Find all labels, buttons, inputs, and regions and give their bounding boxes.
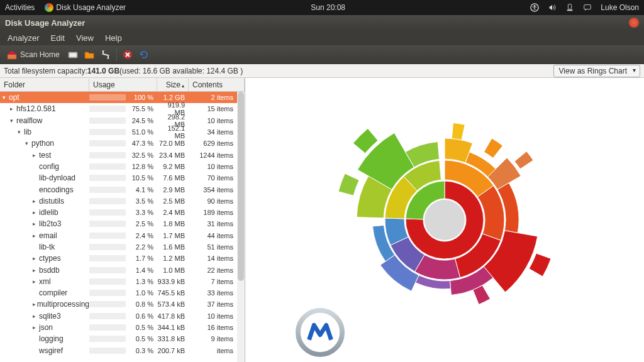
expand-arrow[interactable]: ▸ <box>33 152 39 158</box>
usage-pct: 0.3 % <box>128 347 153 354</box>
tree-body[interactable]: ▾opt100 %1.2 GB2 items▸hfs12.0.58175.5 %… <box>0 92 245 362</box>
tree-row[interactable]: ▸multiprocessing0.8 %573.4 kB37 items <box>0 299 245 310</box>
refresh-icon[interactable] <box>138 49 150 60</box>
usage-pct: 10.5 % <box>128 174 153 182</box>
scrollbar-thumb[interactable] <box>238 92 244 281</box>
tree-row[interactable]: ▸hfs12.0.58175.5 %919.9 MB15 items <box>0 103 245 114</box>
usage-bar <box>89 244 126 250</box>
folder-name: idlelib <box>39 208 58 217</box>
usage-pct: 0.5 % <box>128 335 153 343</box>
scan-filesystem-icon[interactable] <box>67 49 79 60</box>
svg-rect-2 <box>569 4 572 9</box>
tree-row[interactable]: ▸bsddb1.4 %1.0 MB22 items <box>0 264 245 275</box>
expand-arrow[interactable]: ▸ <box>33 209 39 216</box>
scan-home-button[interactable]: Scan Home <box>4 48 62 62</box>
tree-row[interactable]: ▾lib51.0 %152.1 MB34 items <box>0 126 245 138</box>
expand-arrow[interactable]: ▸ <box>33 198 39 204</box>
ring-segment[interactable] <box>452 123 465 140</box>
tree-row[interactable]: ▸ctypes1.7 %1.2 MB14 items <box>0 253 245 264</box>
expand-arrow[interactable]: ▸ <box>33 278 39 285</box>
tree-row[interactable]: ▸xml1.3 %933.9 kB7 items <box>0 276 245 287</box>
expand-arrow[interactable]: ▸ <box>10 106 16 112</box>
column-contents[interactable]: Contents <box>189 79 245 91</box>
contents-value: 10 items <box>189 312 245 320</box>
column-size[interactable]: Size <box>157 79 189 91</box>
menu-analyzer[interactable]: Analyzer <box>3 32 45 44</box>
folder-name: email <box>39 231 57 240</box>
size-value: 417.8 kB <box>157 312 189 320</box>
ring-segment[interactable] <box>529 253 551 277</box>
expand-arrow[interactable]: ▸ <box>33 313 39 319</box>
contents-value: 16 items <box>189 324 245 331</box>
ring-segment[interactable] <box>514 151 533 169</box>
size-value: 1.2 MB <box>157 255 189 262</box>
rings-chart[interactable] <box>313 101 577 339</box>
folder-name: multiprocessing <box>37 300 89 309</box>
expand-arrow[interactable]: ▸ <box>33 324 39 331</box>
accessibility-icon[interactable] <box>530 3 539 12</box>
status-bar: Total filesystem capacity: 141.0 GB (use… <box>0 64 644 78</box>
tree-row[interactable]: logging0.5 %331.8 kB9 items <box>0 333 245 344</box>
tree-row[interactable]: encodings4.1 %2.9 MB354 items <box>0 184 245 195</box>
usage-bar <box>89 278 126 285</box>
folder-name: xml <box>39 277 51 286</box>
volume-icon[interactable] <box>548 3 557 12</box>
tree-row[interactable]: ▾python47.3 %72.0 MB629 items <box>0 138 245 149</box>
user-menu[interactable]: Luke Olson <box>601 3 639 12</box>
ring-segment[interactable] <box>338 173 359 195</box>
menu-help[interactable]: Help <box>100 32 127 44</box>
scan-folder-icon[interactable] <box>84 49 95 60</box>
network-icon[interactable] <box>565 3 574 12</box>
topbar-app-indicator[interactable]: Disk Usage Analyzer <box>45 3 126 12</box>
expand-arrow[interactable]: ▾ <box>3 94 9 101</box>
size-value: 2.4 MB <box>157 209 189 216</box>
size-value: 745.5 kB <box>157 289 189 297</box>
activities-button[interactable]: Activities <box>5 3 35 12</box>
chat-icon[interactable] <box>583 3 592 12</box>
menu-view[interactable]: View <box>71 32 99 44</box>
ring-segment[interactable] <box>484 138 503 158</box>
usage-bar <box>89 313 126 319</box>
menu-edit[interactable]: Edit <box>46 32 70 44</box>
menubar: Analyzer Edit View Help <box>0 30 644 45</box>
expand-arrow[interactable]: ▾ <box>18 129 24 135</box>
column-usage[interactable]: Usage <box>89 79 157 91</box>
usage-pct: 1.0 % <box>128 289 153 297</box>
tree-row[interactable]: ▾realflow24.5 %298.2 MB10 items <box>0 115 245 126</box>
tree-row[interactable]: ▸test32.5 %23.4 MB1244 items <box>0 149 245 160</box>
close-button[interactable] <box>629 18 639 28</box>
tree-row[interactable]: ▸email2.4 %1.7 MB44 items <box>0 230 245 241</box>
tree-row[interactable]: lib-tk2.2 %1.6 MB51 items <box>0 241 245 253</box>
scan-remote-icon[interactable] <box>100 49 111 60</box>
stop-icon[interactable] <box>122 49 133 60</box>
view-as-dropdown[interactable]: View as Rings Chart <box>553 65 641 77</box>
expand-arrow[interactable]: ▾ <box>10 118 16 124</box>
rings-center[interactable] <box>425 200 465 240</box>
clock[interactable]: Sun 20:08 <box>126 3 530 12</box>
tree-row[interactable]: wsgiref0.3 %200.7 kBitems <box>0 345 245 356</box>
tree-row[interactable]: config12.8 %9.2 MB10 items <box>0 161 245 172</box>
size-value: 1.6 MB <box>157 243 189 251</box>
contents-value: 15 items <box>189 105 245 112</box>
expand-arrow[interactable]: ▸ <box>33 301 37 307</box>
column-folder[interactable]: Folder <box>0 79 89 91</box>
tree-row[interactable]: ▸idlelib3.3 %2.4 MB189 items <box>0 207 245 218</box>
usage-pct: 32.5 % <box>128 151 153 159</box>
usage-bar <box>89 152 126 158</box>
expand-arrow[interactable]: ▸ <box>33 221 39 227</box>
expand-arrow[interactable]: ▸ <box>33 233 39 239</box>
tree-row[interactable]: ▸json0.5 %344.1 kB16 items <box>0 322 245 333</box>
tree-row[interactable]: lib-dynload10.5 %7.6 MB70 items <box>0 172 245 184</box>
tree-row[interactable]: ▸distutils3.5 %2.5 MB90 items <box>0 195 245 207</box>
tree-row[interactable]: ▸lib2to32.5 %1.8 MB31 items <box>0 218 245 229</box>
window-titlebar[interactable]: Disk Usage Analyzer <box>0 15 644 30</box>
tree-row[interactable]: compiler1.0 %745.5 kB33 items <box>0 287 245 299</box>
tree-scrollbar[interactable] <box>237 92 245 362</box>
folder-name: logging <box>39 334 64 343</box>
expand-arrow[interactable]: ▸ <box>33 255 39 261</box>
expand-arrow[interactable]: ▾ <box>25 140 31 146</box>
tree-row[interactable]: ▾opt100 %1.2 GB2 items <box>0 92 245 103</box>
usage-bar <box>89 175 126 181</box>
expand-arrow[interactable]: ▸ <box>33 267 39 273</box>
tree-row[interactable]: ▸sqlite30.6 %417.8 kB10 items <box>0 310 245 322</box>
